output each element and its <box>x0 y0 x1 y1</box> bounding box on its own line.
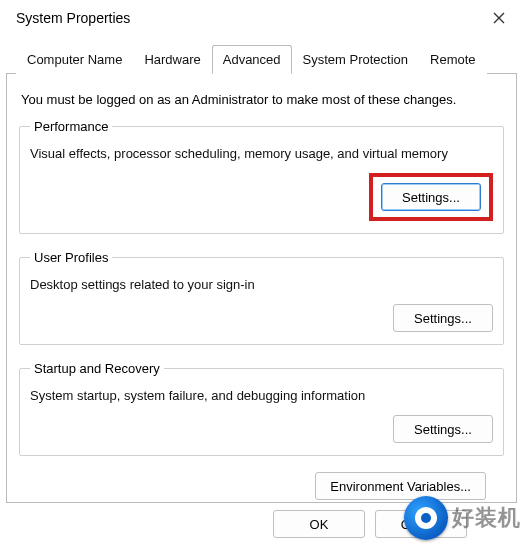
tab-system-protection[interactable]: System Protection <box>292 45 420 74</box>
dialog-footer: OK Cancel <box>0 510 523 538</box>
tab-strip: Computer Name Hardware Advanced System P… <box>6 44 517 74</box>
user-profiles-desc: Desktop settings related to your sign-in <box>30 277 493 292</box>
user-profiles-settings-button[interactable]: Settings... <box>393 304 493 332</box>
performance-settings-highlight: Settings... <box>369 173 493 221</box>
startup-recovery-settings-button[interactable]: Settings... <box>393 415 493 443</box>
title-bar: System Properties <box>0 0 523 36</box>
close-icon[interactable] <box>485 4 513 32</box>
performance-settings-button[interactable]: Settings... <box>381 183 481 211</box>
startup-recovery-legend: Startup and Recovery <box>30 361 164 376</box>
performance-legend: Performance <box>30 119 112 134</box>
admin-notice: You must be logged on as an Administrato… <box>21 92 502 107</box>
environment-variables-button[interactable]: Environment Variables... <box>315 472 486 500</box>
performance-desc: Visual effects, processor scheduling, me… <box>30 146 493 161</box>
startup-recovery-group: Startup and Recovery System startup, sys… <box>19 361 504 456</box>
user-profiles-legend: User Profiles <box>30 250 112 265</box>
advanced-tab-content: You must be logged on as an Administrato… <box>6 74 517 503</box>
tab-hardware[interactable]: Hardware <box>133 45 211 74</box>
startup-recovery-desc: System startup, system failure, and debu… <box>30 388 493 403</box>
cancel-button[interactable]: Cancel <box>375 510 467 538</box>
tab-computer-name[interactable]: Computer Name <box>16 45 133 74</box>
user-profiles-group: User Profiles Desktop settings related t… <box>19 250 504 345</box>
tab-remote[interactable]: Remote <box>419 45 487 74</box>
window-title: System Properties <box>16 10 485 26</box>
ok-button[interactable]: OK <box>273 510 365 538</box>
tab-advanced[interactable]: Advanced <box>212 45 292 74</box>
performance-group: Performance Visual effects, processor sc… <box>19 119 504 234</box>
